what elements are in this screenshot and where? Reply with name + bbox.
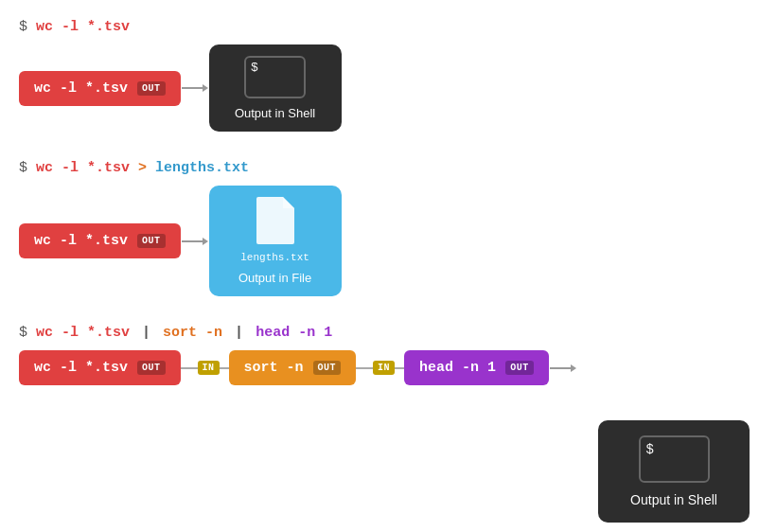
cmd-pill-3b: sort -n OUT (229, 350, 357, 385)
terminal-window-1: $ (244, 56, 306, 98)
cmd-pill-3a: wc -l *.tsv OUT (19, 350, 181, 385)
dollar-2: $ (19, 160, 27, 176)
cmd-line-2: $ wc -l *.tsv > lengths.txt (19, 160, 740, 176)
pipeline-row-2: wc -l *.tsv OUT lengths.txt Output in Fi… (19, 186, 740, 296)
line-3a (181, 367, 198, 369)
arrow-3 (549, 361, 577, 376)
section-2: $ wc -l *.tsv > lengths.txt wc -l *.tsv … (19, 160, 740, 296)
cmd-pill-2: wc -l *.tsv OUT (19, 223, 181, 258)
svg-marker-3 (203, 238, 208, 245)
pipe1-3: | (142, 325, 150, 341)
output-shell-3: $ Output in Shell (598, 420, 750, 523)
line-3b2 (395, 367, 404, 369)
in-badge-3b: IN (373, 361, 395, 375)
cmd-text-2: wc -l *.tsv (36, 160, 138, 176)
in-badge-3a: IN (198, 361, 220, 375)
output-shell-label-3: Output in Shell (630, 492, 717, 507)
out-badge-3c: OUT (505, 361, 534, 375)
pill-label-3b: sort -n (244, 360, 304, 376)
cmd-part2-3: sort -n (163, 325, 231, 341)
out-badge-1: OUT (137, 81, 166, 96)
connector-3a: IN (181, 361, 229, 375)
pill-label-2: wc -l *.tsv (34, 233, 128, 249)
cmd-part1-3: wc -l *.tsv (36, 325, 138, 341)
line-3b (356, 367, 373, 369)
section-3: $ wc -l *.tsv | sort -n | head -n 1 wc -… (19, 325, 740, 385)
file-icon-2 (256, 197, 294, 244)
svg-marker-5 (571, 364, 576, 372)
output-file-2: lengths.txt Output in File (209, 186, 342, 296)
out-badge-3b: OUT (313, 361, 342, 375)
output-shell-label-1: Output in Shell (235, 106, 315, 120)
terminal-window-3: $ (639, 435, 710, 483)
out-badge-2: OUT (137, 234, 166, 248)
arrow-2 (181, 234, 209, 249)
terminal-dollar-1: $ (251, 62, 258, 74)
dollar-1: $ (19, 19, 27, 35)
dollar-3: $ (19, 325, 27, 341)
line-3a2 (220, 367, 229, 369)
cmd-text-1: wc -l *.tsv (36, 19, 130, 35)
cmd-redirect-2: > (138, 160, 155, 176)
output-file-label-2: Output in File (238, 271, 311, 285)
terminal-dollar-3: $ (646, 442, 654, 457)
pill-label-3c: head -n 1 (419, 360, 496, 376)
filename-2: lengths.txt (240, 252, 309, 263)
output-shell-1: $ Output in Shell (209, 44, 342, 132)
pipeline-row-1: wc -l *.tsv OUT $ Output in Shell (19, 44, 740, 132)
cmd-line-3: $ wc -l *.tsv | sort -n | head -n 1 (19, 325, 740, 341)
pill-label-1: wc -l *.tsv (34, 80, 128, 97)
cmd-pill-3c: head -n 1 OUT (404, 350, 549, 385)
arrow-1 (181, 80, 209, 96)
cmd-line-1: $ wc -l *.tsv (19, 19, 740, 35)
pipe2-3: | (235, 325, 243, 341)
section-1: $ wc -l *.tsv wc -l *.tsv OUT $ Output i… (19, 19, 740, 132)
out-badge-3a: OUT (137, 361, 166, 375)
cmd-part3-3: head -n 1 (256, 325, 332, 341)
cmd-file-2: lengths.txt (155, 160, 249, 176)
pill-label-3a: wc -l *.tsv (34, 360, 128, 376)
pipeline-row-3: wc -l *.tsv OUT IN sort -n OUT IN (19, 350, 740, 385)
diagram-area: $ wc -l *.tsv wc -l *.tsv OUT $ Output i… (0, 0, 759, 423)
svg-marker-1 (203, 84, 208, 92)
cmd-pill-1: wc -l *.tsv OUT (19, 71, 181, 106)
connector-3b: IN (356, 361, 404, 375)
